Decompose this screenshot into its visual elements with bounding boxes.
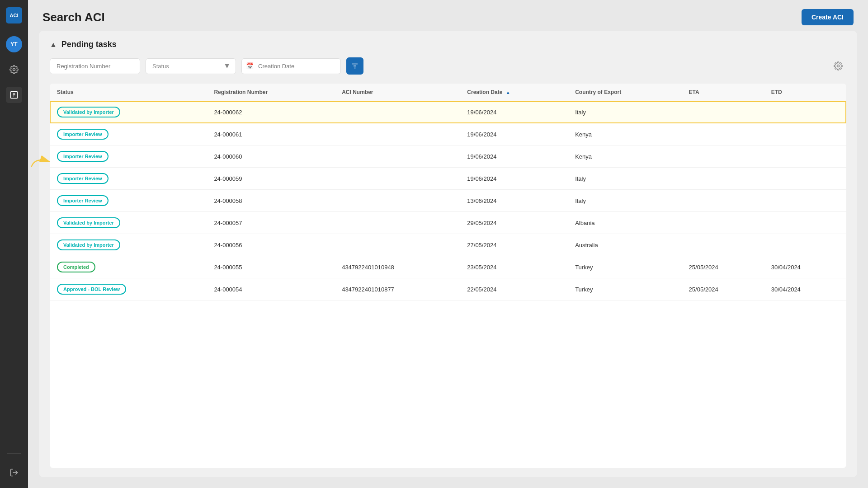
registration-number-input[interactable] (50, 58, 140, 74)
cell-creation-date: 27/05/2024 (460, 234, 568, 256)
cell-aci-number (335, 101, 460, 123)
main-content: Search ACI Create ACI ▲ Pending tasks St… (28, 0, 868, 488)
arrow-icon (28, 153, 55, 171)
cell-reg-number: 24-000060 (207, 145, 335, 168)
cell-creation-date: 19/06/2024 (460, 101, 568, 123)
status-badge: Approved - BOL Review (57, 284, 126, 295)
status-badge: Validated by Importer (57, 239, 120, 250)
advanced-filter-button[interactable] (346, 57, 363, 75)
topbar: Search ACI Create ACI (28, 0, 868, 31)
cell-eta (682, 101, 764, 123)
sidebar-item-tasks[interactable] (6, 87, 22, 103)
cell-reg-number: 24-000062 (207, 101, 335, 123)
svg-point-0 (13, 69, 15, 71)
gear-icon (834, 61, 843, 70)
section-title: Pending tasks (61, 40, 117, 49)
cell-eta: 25/05/2024 (682, 256, 764, 278)
cell-aci-number: 4347922401010877 (335, 278, 460, 300)
cell-creation-date: 29/05/2024 (460, 212, 568, 234)
cell-etd: 30/04/2024 (764, 278, 846, 300)
cell-reg-number: 24-000054 (207, 278, 335, 300)
cell-status: Importer Review (50, 145, 207, 168)
cell-country-export: Italy (568, 101, 681, 123)
cell-country-export: Turkey (568, 256, 681, 278)
table-row[interactable]: Importer Review 24-000058 13/06/2024 Ita… (50, 190, 846, 212)
column-settings-button[interactable] (830, 58, 846, 74)
col-eta: ETA (682, 84, 764, 101)
create-aci-button[interactable]: Create ACI (802, 9, 854, 25)
sidebar-item-logout[interactable] (6, 465, 22, 481)
table-row[interactable]: Approved - BOL Review 24-000054 43479224… (50, 278, 846, 300)
app-container: ACI YT (0, 0, 868, 488)
col-etd: ETD (764, 84, 846, 101)
cell-status: Approved - BOL Review (50, 278, 207, 300)
cell-country-export: Italy (568, 190, 681, 212)
creation-date-input[interactable] (241, 58, 341, 74)
table-row[interactable]: Completed 24-000055 4347922401010948 23/… (50, 256, 846, 278)
cell-eta (682, 190, 764, 212)
cell-etd (764, 123, 846, 145)
table-row[interactable]: Validated by Importer 24-000056 27/05/20… (50, 234, 846, 256)
svg-point-9 (837, 65, 840, 67)
status-badge: Importer Review (57, 151, 108, 162)
sidebar: ACI YT (0, 0, 28, 488)
sidebar-item-settings[interactable] (6, 61, 22, 78)
cell-status: Validated by Importer (50, 234, 207, 256)
cell-status: Validated by Importer (50, 101, 207, 123)
cell-creation-date: 19/06/2024 (460, 123, 568, 145)
cell-country-export: Australia (568, 234, 681, 256)
cell-etd (764, 212, 846, 234)
status-badge: Completed (57, 262, 95, 272)
avatar[interactable]: YT (6, 36, 22, 52)
table-row[interactable]: Importer Review 24-000059 19/06/2024 Ita… (50, 168, 846, 190)
table-row[interactable]: Validated by Importer 24-000057 29/05/20… (50, 212, 846, 234)
cell-reg-number: 24-000055 (207, 256, 335, 278)
cell-eta (682, 168, 764, 190)
collapse-icon[interactable]: ▲ (50, 41, 57, 49)
cell-eta (682, 123, 764, 145)
cell-status: Completed (50, 256, 207, 278)
status-filter-wrapper: StatusValidated by ImporterImporter Revi… (146, 58, 236, 74)
table-container: Status Registration Number ACI Number Cr… (50, 84, 846, 468)
filter-icon (351, 62, 359, 70)
cell-reg-number: 24-000057 (207, 212, 335, 234)
cell-country-export: Turkey (568, 278, 681, 300)
cell-aci-number (335, 234, 460, 256)
col-creation-date[interactable]: Creation Date ▲ (460, 84, 568, 101)
cell-reg-number: 24-000056 (207, 234, 335, 256)
col-country-export: Country of Export (568, 84, 681, 101)
aci-table: Status Registration Number ACI Number Cr… (50, 84, 846, 300)
table-row[interactable]: Importer Review 24-000060 19/06/2024 Ken… (50, 145, 846, 168)
cell-status: Validated by Importer (50, 212, 207, 234)
col-status: Status (50, 84, 207, 101)
cell-eta (682, 145, 764, 168)
table-row[interactable]: Validated by Importer 24-000062 19/06/20… (50, 101, 846, 123)
col-reg-number: Registration Number (207, 84, 335, 101)
cell-reg-number: 24-000059 (207, 168, 335, 190)
cell-creation-date: 19/06/2024 (460, 145, 568, 168)
status-badge: Importer Review (57, 173, 108, 184)
status-badge: Importer Review (57, 195, 108, 206)
cell-status: Importer Review (50, 190, 207, 212)
table-body: Validated by Importer 24-000062 19/06/20… (50, 101, 846, 300)
cell-eta: 25/05/2024 (682, 278, 764, 300)
cell-country-export: Italy (568, 168, 681, 190)
date-filter-wrapper: 📅 (241, 58, 341, 74)
cell-etd (764, 145, 846, 168)
cell-creation-date: 19/06/2024 (460, 168, 568, 190)
arrow-annotation (28, 153, 55, 171)
page-title: Search ACI (42, 10, 105, 24)
sidebar-divider (7, 453, 21, 454)
sort-arrow-icon: ▲ (506, 90, 510, 95)
app-logo: ACI (6, 7, 22, 23)
cell-aci-number (335, 168, 460, 190)
table-row[interactable]: Importer Review 24-000061 19/06/2024 Ken… (50, 123, 846, 145)
status-select[interactable]: StatusValidated by ImporterImporter Revi… (146, 58, 236, 74)
cell-aci-number (335, 190, 460, 212)
cell-eta (682, 212, 764, 234)
cell-status: Importer Review (50, 123, 207, 145)
cell-creation-date: 22/05/2024 (460, 278, 568, 300)
cell-aci-number (335, 145, 460, 168)
cell-country-export: Kenya (568, 123, 681, 145)
cell-etd (764, 234, 846, 256)
